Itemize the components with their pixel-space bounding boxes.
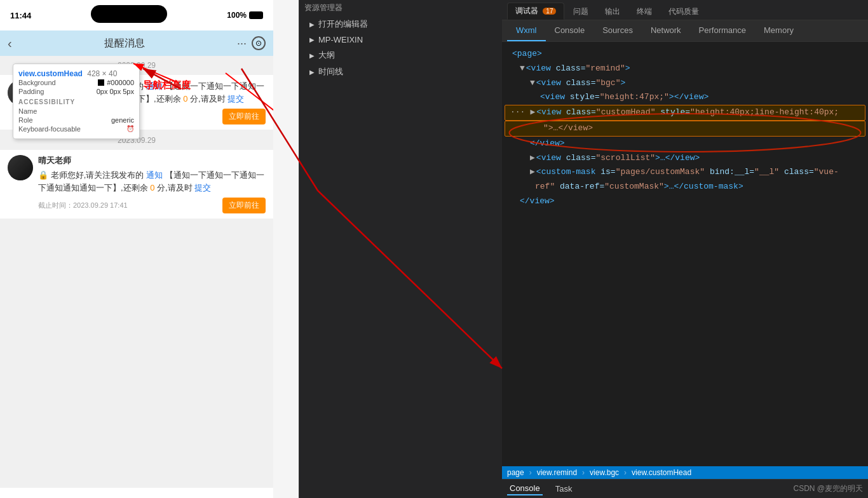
chat-footer-2: 截止时间：2023.09.29 17:41 立即前往: [38, 198, 266, 213]
inspector-background-row: Background #000000: [18, 78, 134, 87]
nav-bar: ‹ 提醒消息 ··· ⊙: [0, 30, 273, 56]
breadcrumb-bgc[interactable]: view.bgc: [590, 468, 619, 477]
chat-text-2: 🔒 老师您好,请关注我发布的 通知 【通知一下通知一下通知一下通知通知通知一下】…: [38, 169, 266, 194]
console-tab-console[interactable]: Console: [507, 482, 543, 495]
chat-count-2: 0: [150, 183, 154, 192]
xml-line-9: </view>: [502, 194, 868, 209]
explorer-label-0: 打开的编辑器: [318, 18, 368, 30]
file-explorer: 资源管理器 ▶ 打开的编辑器 ▶ MP-WEIXIN ▶ 大纲 ▶ 时间线: [299, 0, 502, 498]
xml-tag-page: <page>: [512, 48, 542, 61]
expand-arrow-8[interactable]: ▶: [530, 166, 535, 179]
inner-tab-network[interactable]: Network: [642, 20, 690, 41]
xml-line-5-highlighted: ··· ▶ <view class= "customHead" style= "…: [505, 105, 865, 121]
role-label: Role: [18, 116, 33, 124]
dots-button[interactable]: ···: [510, 106, 525, 119]
chat-sender-2: 晴天老师: [38, 155, 266, 166]
chat-count-1: 0: [183, 94, 187, 104]
clock-icon: ⏰: [126, 125, 134, 133]
chat-item-2: 晴天老师 🔒 老师您好,请关注我发布的 通知 【通知一下通知一下通知一下通知通知…: [0, 150, 273, 219]
xml-line-4: <view style= "height:47px;" ></view>: [502, 90, 868, 105]
arrow-icon-2: ▶: [309, 52, 315, 59]
background-value: #000000: [98, 79, 134, 86]
devtools-panel: 调试器 17 问题 输出 终端 代码质量 Wxml Console Source…: [502, 0, 868, 498]
element-inspector-popup: view.customHead 428 × 40 Background #000…: [13, 64, 140, 139]
dynamic-island: [91, 5, 167, 23]
explorer-item-0[interactable]: ▶ 打开的编辑器: [299, 16, 502, 32]
tab-issues[interactable]: 问题: [566, 4, 596, 20]
devtools-inner-tabs: Wxml Console Sources Network Performance…: [502, 20, 868, 42]
inspector-role-row: Role generic: [18, 116, 134, 124]
inner-tab-console[interactable]: Console: [546, 20, 594, 41]
expand-arrow-5[interactable]: ▶: [530, 106, 535, 119]
tab-debugger[interactable]: 调试器 17: [507, 3, 564, 20]
inner-tab-wxml[interactable]: Wxml: [507, 20, 546, 41]
xml-line-6: </view>: [502, 137, 868, 151]
explorer-item-2[interactable]: ▶ 大纲: [299, 47, 502, 64]
phone-time: 11:44: [10, 11, 31, 20]
role-value: generic: [111, 116, 134, 124]
phone-frame: 11:44 100% ‹ 提醒消息 ··· ⊙ view.customHead …: [0, 0, 273, 498]
mobile-simulator: 11:44 100% ‹ 提醒消息 ··· ⊙ view.customHead …: [0, 0, 299, 498]
goto-btn-2[interactable]: 立即前往: [222, 198, 266, 213]
chat-link-3[interactable]: 通知: [146, 170, 163, 180]
back-button[interactable]: ‹: [8, 36, 12, 51]
inspector-keyboard-row: Keyboard-focusable ⏰: [18, 124, 134, 133]
status-bar: 11:44 100%: [0, 0, 273, 30]
avatar-2: [8, 155, 33, 180]
xml-line-7: ▶ <view class= "scrollList" >…</view>: [502, 151, 868, 166]
arrow-icon-0: ▶: [309, 21, 315, 28]
chat-link-2[interactable]: 提交: [227, 94, 244, 104]
expand-arrow-7[interactable]: ▶: [530, 152, 535, 165]
explorer-label-1: MP-WEIXIN: [318, 35, 363, 44]
keyboard-label: Keyboard-focusable: [18, 125, 81, 133]
console-tab-task[interactable]: Task: [553, 483, 575, 495]
explorer-item-1[interactable]: ▶ MP-WEIXIN: [299, 32, 502, 47]
nav-icons: ··· ⊙: [237, 36, 266, 50]
circle-icon[interactable]: ⊙: [252, 36, 266, 50]
xml-line-3: ▼ <view class= "bgc" >: [502, 76, 868, 91]
breadcrumb-customhead[interactable]: view.customHead: [632, 468, 691, 477]
inner-tab-memory[interactable]: Memory: [755, 20, 803, 41]
expand-arrow-3[interactable]: ▼: [530, 77, 535, 90]
xml-content: <page> ▼ <view class= "remind" > ▼ <view…: [502, 42, 868, 466]
bottom-console-bar: Console Task CSDN @麦兜的明天: [502, 479, 868, 498]
nav-title: 提醒消息: [104, 37, 145, 50]
explorer-header: 资源管理器: [299, 0, 502, 16]
xml-line-2: ▼ <view class= "remind" >: [502, 62, 868, 76]
inspector-name-row: Name: [18, 107, 134, 116]
inner-tab-sources[interactable]: Sources: [593, 20, 642, 41]
name-label: Name: [18, 107, 37, 115]
color-swatch: [98, 79, 104, 86]
arrow-icon-1: ▶: [309, 36, 315, 43]
breadcrumb-page[interactable]: page: [507, 468, 524, 477]
background-label: Background: [18, 79, 56, 86]
xml-line-8: ▶ <custom-mask is= "pages/customMask" bi…: [502, 165, 868, 180]
annotation-text: 导航栏高度: [143, 79, 191, 91]
xml-line-1: <page>: [502, 47, 868, 62]
inspector-padding-row: Padding 0px 0px 5px: [18, 87, 134, 96]
explorer-label-2: 大纲: [318, 50, 335, 61]
arrow-icon-3: ▶: [309, 69, 315, 76]
goto-btn-1[interactable]: 立即前往: [222, 109, 266, 124]
inner-tab-performance[interactable]: Performance: [690, 20, 755, 41]
explorer-item-3[interactable]: ▶ 时间线: [299, 64, 502, 80]
breadcrumb-bar: page › view.remind › view.bgc › view.cus…: [502, 466, 868, 479]
bottom-right-attribution: CSDN @麦兜的明天: [793, 483, 863, 494]
breadcrumb-remind[interactable]: view.remind: [537, 468, 577, 477]
inspector-dimensions: 428 × 40: [87, 69, 117, 78]
debugger-badge: 17: [543, 8, 556, 15]
tab-terminal[interactable]: 终端: [629, 4, 660, 20]
chat-time-2: 截止时间：2023.09.29 17:41: [38, 201, 128, 210]
accessibility-section: ACCESSIBILITY: [18, 98, 134, 105]
padding-value: 0px 0px 5px: [97, 88, 134, 95]
battery-percent: 100%: [227, 11, 247, 20]
phone-right: 100%: [227, 11, 263, 20]
more-options-icon[interactable]: ···: [237, 37, 247, 50]
padding-label: Padding: [18, 88, 44, 95]
expand-arrow-2[interactable]: ▼: [520, 62, 525, 76]
chat-link-4[interactable]: 提交: [194, 183, 211, 192]
tab-output[interactable]: 输出: [597, 4, 628, 20]
lock-icon-2: 🔒: [38, 170, 48, 180]
tab-quality[interactable]: 代码质量: [661, 4, 707, 20]
xml-line-5-cont: ">…</view>: [505, 121, 865, 137]
